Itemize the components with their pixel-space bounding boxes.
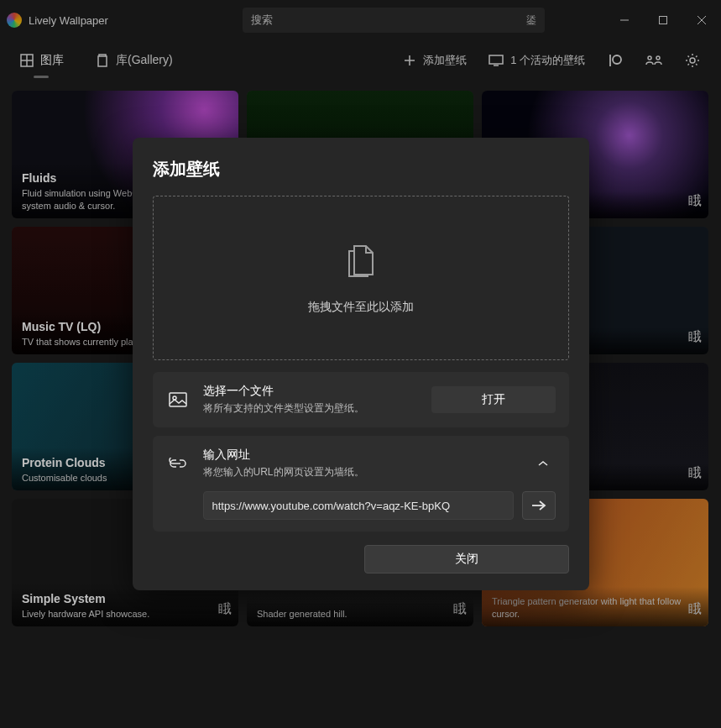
image-icon [166,392,190,407]
close-modal-button[interactable]: 关闭 [364,545,569,573]
choose-file-panel: 选择一个文件 将所有支持的文件类型设置为壁纸。 打开 [153,372,569,427]
chevron-up-icon[interactable] [530,459,556,468]
enter-url-title: 输入网址 [203,448,517,463]
enter-url-panel: 输入网址 将您输入的URL的网页设置为墙纸。 [153,436,569,532]
link-icon [166,458,190,469]
enter-url-sub: 将您输入的URL的网页设置为墙纸。 [203,465,517,479]
dropzone[interactable]: 拖拽文件至此以添加 [153,196,569,360]
file-copy-icon [342,241,379,285]
submit-url-button[interactable] [522,491,556,520]
dropzone-text: 拖拽文件至此以添加 [308,300,414,315]
add-wallpaper-modal: 添加壁纸 拖拽文件至此以添加 选择一个文件 将所有支持的文件类型设置为壁纸。 打… [133,138,589,590]
url-input[interactable] [203,491,514,520]
modal-scrim: 添加壁纸 拖拽文件至此以添加 选择一个文件 将所有支持的文件类型设置为壁纸。 打… [0,0,721,728]
open-file-button[interactable]: 打开 [431,386,556,413]
svg-rect-17 [170,393,186,406]
choose-file-title: 选择一个文件 [203,384,418,399]
choose-file-sub: 将所有支持的文件类型设置为壁纸。 [203,401,418,416]
modal-title: 添加壁纸 [153,158,569,181]
